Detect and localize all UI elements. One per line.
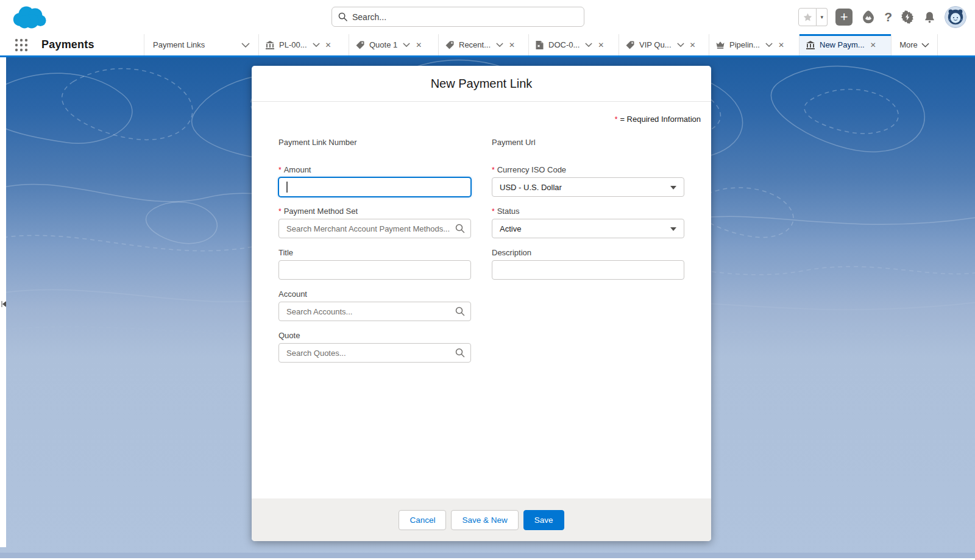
chevron-down-icon[interactable] — [313, 43, 320, 47]
search-icon — [338, 12, 347, 21]
payment-method-set-lookup-input[interactable] — [278, 219, 471, 238]
notifications-bell-icon[interactable] — [923, 10, 937, 24]
close-icon[interactable]: ✕ — [778, 41, 784, 49]
crown-icon — [715, 40, 725, 49]
field-title: Title — [278, 248, 471, 280]
global-search-input[interactable] — [352, 12, 578, 22]
new-payment-link-modal: New Payment Link *= Required Information… — [252, 66, 711, 541]
field-payment-link-number: Payment Link Number — [278, 138, 471, 147]
tag-icon — [625, 40, 635, 50]
favorites-dropdown-icon[interactable]: ▾ — [817, 8, 828, 26]
global-actions-icon[interactable]: + — [835, 9, 853, 26]
nav-item-payment-links[interactable]: Payment Links — [144, 34, 259, 55]
main-content-area: New Payment Link *= Required Information… — [0, 57, 975, 558]
status-select[interactable]: Active — [492, 219, 684, 238]
bank-icon — [265, 40, 275, 50]
tab-doc-record[interactable]: DOC-0... ✕ — [529, 34, 619, 55]
field-payment-url: Payment Url — [492, 138, 684, 147]
header-actions: ▾ + ? — [798, 0, 966, 34]
tab-new-payment-link[interactable]: New Paym... ✕ — [800, 34, 892, 55]
chevron-down-icon[interactable] — [765, 43, 773, 47]
cancel-button[interactable]: Cancel — [399, 510, 446, 530]
field-amount: *Amount — [278, 165, 471, 197]
currency-select[interactable]: USD - U.S. Dollar — [492, 177, 684, 197]
save-button[interactable]: Save — [523, 510, 564, 530]
form-column-right: Payment Url *Currency ISO Code USD - U.S… — [492, 138, 684, 372]
form-columns: Payment Link Number *Amount *Payment Met… — [278, 138, 711, 372]
global-search[interactable] — [332, 7, 584, 27]
field-payment-method-set: *Payment Method Set — [278, 207, 471, 238]
bank-icon — [806, 40, 815, 50]
close-icon[interactable]: ✕ — [598, 41, 604, 49]
title-input[interactable] — [278, 260, 471, 280]
chevron-down-icon[interactable] — [585, 43, 592, 47]
modal-footer: Cancel Save & New Save — [252, 498, 711, 541]
bottom-edge-strip — [0, 553, 975, 558]
tab-recent[interactable]: Recent... ✕ — [439, 34, 529, 55]
file-icon — [535, 40, 544, 50]
tab-pipeline[interactable]: Pipelin... ✕ — [709, 34, 800, 55]
close-icon[interactable]: ✕ — [416, 41, 422, 49]
favorites-group: ▾ — [798, 8, 828, 26]
navigation-bar: Payments Payment Links PL-00... ✕ Quote … — [0, 34, 975, 57]
salesforce-logo-icon[interactable] — [10, 4, 48, 30]
left-split-view-rail — [0, 57, 6, 547]
close-icon[interactable]: ✕ — [690, 41, 696, 49]
tab-pl-record[interactable]: PL-00... ✕ — [259, 34, 349, 55]
setup-gear-icon[interactable] — [900, 10, 915, 24]
quote-lookup-input[interactable] — [278, 343, 471, 363]
tab-more-menu[interactable]: More — [892, 34, 938, 55]
save-and-new-button[interactable]: Save & New — [451, 510, 518, 530]
chevron-down-icon[interactable] — [403, 43, 410, 47]
help-icon[interactable]: ? — [884, 10, 892, 24]
split-view-open-icon[interactable] — [1, 299, 6, 310]
app-name: Payments — [41, 38, 94, 51]
amount-input[interactable] — [278, 177, 471, 197]
field-currency-iso-code: *Currency ISO Code USD - U.S. Dollar — [492, 165, 684, 197]
favorite-star-icon[interactable] — [798, 8, 817, 26]
required-asterisk: * — [615, 115, 618, 124]
close-icon[interactable]: ✕ — [325, 41, 332, 49]
user-avatar[interactable] — [945, 6, 966, 28]
field-status: *Status Active — [492, 207, 684, 238]
chevron-down-icon — [921, 43, 929, 48]
tab-quote-1[interactable]: Quote 1 ✕ — [349, 34, 439, 55]
account-lookup-input[interactable] — [278, 302, 471, 321]
chevron-down-icon[interactable] — [496, 43, 503, 47]
select-arrow-icon — [670, 186, 676, 190]
modal-header: New Payment Link — [252, 66, 711, 102]
chevron-down-icon[interactable] — [241, 43, 250, 48]
modal-body: *= Required Information Payment Link Num… — [252, 115, 711, 372]
select-arrow-icon — [670, 227, 676, 231]
close-icon[interactable]: ✕ — [870, 41, 876, 49]
field-account: Account — [278, 289, 471, 321]
tag-icon — [445, 40, 455, 50]
modal-title: New Payment Link — [431, 77, 533, 91]
form-column-left: Payment Link Number *Amount *Payment Met… — [278, 138, 471, 372]
text-cursor — [286, 182, 288, 193]
chevron-down-icon[interactable] — [677, 43, 684, 47]
tag-icon — [355, 40, 365, 50]
required-information-note: *= Required Information — [252, 115, 711, 124]
app-launcher-icon[interactable] — [15, 38, 28, 52]
tab-vip-quote[interactable]: VIP Qu... ✕ — [619, 34, 709, 55]
field-description: Description — [492, 248, 684, 280]
field-quote: Quote — [278, 331, 471, 363]
app-section: Payments — [0, 34, 144, 55]
global-header: ▾ + ? — [0, 0, 975, 34]
description-input[interactable] — [492, 260, 684, 280]
close-icon[interactable]: ✕ — [509, 41, 515, 49]
guidance-center-icon[interactable] — [860, 9, 876, 25]
